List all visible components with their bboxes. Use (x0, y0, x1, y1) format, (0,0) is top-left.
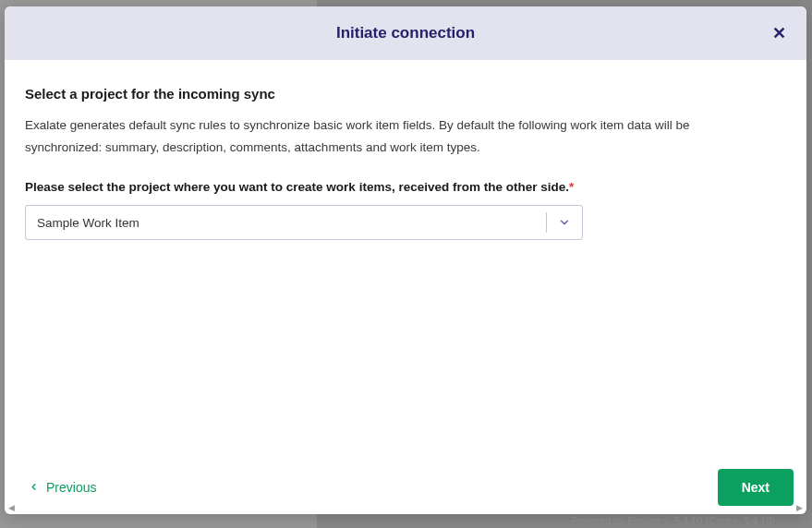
field-label-text: Please select the project where you want… (25, 180, 569, 194)
chevron-down-icon (554, 216, 575, 229)
section-description: Exalate generates default sync rules to … (25, 114, 727, 158)
modal-header: Initiate connection ✕ (5, 6, 806, 60)
previous-label: Previous (46, 480, 96, 495)
project-select-value: Sample Work Item (37, 216, 546, 230)
powered-by-text: Powered by Exalate v. 5.4.10 (Core v. 5.… (571, 515, 775, 526)
scroll-right-icon: ▶ (794, 503, 805, 512)
project-select[interactable]: Sample Work Item (25, 205, 583, 240)
modal-body: Select a project for the incoming sync E… (5, 60, 806, 459)
next-button[interactable]: Next (718, 469, 794, 506)
project-field-label: Please select the project where you want… (25, 180, 786, 194)
horizontal-scrollbar[interactable]: ◀ ▶ (6, 501, 805, 514)
required-indicator: * (569, 180, 574, 194)
previous-button[interactable]: Previous (25, 474, 100, 500)
next-label: Next (742, 480, 770, 495)
chevron-left-icon (29, 482, 39, 492)
modal-title: Initiate connection (336, 24, 475, 42)
scroll-left-icon: ◀ (6, 503, 17, 512)
select-divider (546, 212, 547, 233)
close-button[interactable]: ✕ (768, 22, 790, 44)
section-heading: Select a project for the incoming sync (25, 86, 786, 102)
close-icon: ✕ (772, 23, 786, 43)
initiate-connection-modal: Initiate connection ✕ Select a project f… (5, 6, 806, 514)
